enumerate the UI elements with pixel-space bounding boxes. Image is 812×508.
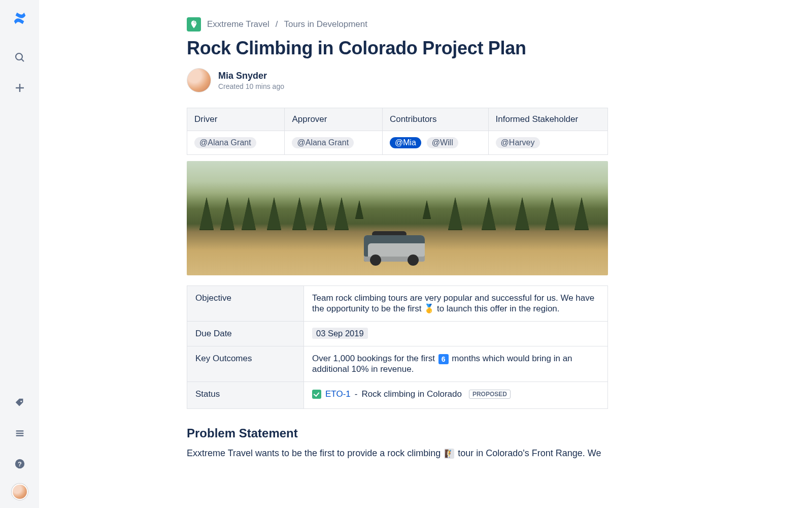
- ps-after: tour in Colorado's Front Range. We: [458, 448, 601, 458]
- author-name[interactable]: Mia Snyder: [218, 71, 284, 81]
- plus-icon: [14, 82, 26, 94]
- mention-contributor-will[interactable]: @Will: [427, 137, 458, 148]
- row-outcomes-value: Over 1,000 bookings for the first 6 mont…: [304, 346, 608, 382]
- ps-before: Exxtreme Travel wants to be the first to…: [187, 448, 443, 458]
- issue-summary: Rock climbing in Colorado: [361, 389, 461, 399]
- row-duedate-label: Due Date: [187, 322, 304, 346]
- heading-problem-statement: Problem Statement: [187, 426, 608, 440]
- confluence-logo[interactable]: [12, 10, 28, 26]
- col-approver: Approver: [285, 108, 382, 131]
- issue-key-link[interactable]: ETO-1: [325, 389, 351, 399]
- status-lozenge: PROPOSED: [469, 390, 511, 399]
- medal-emoji: 🥇: [424, 303, 434, 314]
- page-title: Rock Climbing in Colorado Project Plan: [187, 38, 608, 59]
- row-duedate-value: 03 Sep 2019: [304, 322, 608, 346]
- outcomes-text-before: Over 1,000 bookings for the first: [312, 354, 437, 363]
- search-icon: [14, 51, 26, 64]
- search-button[interactable]: [9, 47, 30, 68]
- author-meta: Created 10 mins ago: [218, 82, 284, 90]
- confluence-icon: [12, 11, 27, 26]
- row-status-label: Status: [187, 382, 304, 408]
- create-button[interactable]: [9, 77, 30, 99]
- issue-type-icon: [312, 390, 321, 399]
- tag-icon: [14, 397, 25, 408]
- hero-image: [187, 161, 608, 275]
- menu-icon: [14, 428, 25, 439]
- issue-dash: -: [355, 389, 358, 399]
- row-outcomes-label: Key Outcomes: [187, 346, 304, 382]
- row-status-value: ETO-1 - Rock climbing in Colorado PROPOS…: [304, 382, 608, 408]
- mention-contributor-mia[interactable]: @Mia: [390, 137, 421, 148]
- author-row: Mia Snyder Created 10 mins ago: [187, 68, 608, 92]
- climbing-emoji: [444, 449, 454, 459]
- row-objective-value: Team rock climbing tours are very popula…: [304, 286, 608, 322]
- global-sidebar: ?: [0, 0, 40, 508]
- help-icon: ?: [14, 458, 25, 469]
- svg-point-10: [194, 21, 196, 23]
- profile-avatar[interactable]: [12, 484, 28, 500]
- svg-point-0: [16, 53, 22, 60]
- row-objective-label: Objective: [187, 286, 304, 322]
- col-driver: Driver: [187, 108, 285, 131]
- help-button[interactable]: ?: [9, 453, 30, 474]
- breadcrumb-separator: /: [276, 19, 278, 29]
- mention-driver[interactable]: @Alana Grant: [194, 137, 256, 148]
- svg-line-1: [21, 59, 24, 61]
- menu-button[interactable]: [9, 423, 30, 444]
- svg-text:?: ?: [18, 460, 22, 468]
- six-badge: 6: [438, 354, 449, 364]
- mention-approver[interactable]: @Alana Grant: [292, 137, 354, 148]
- svg-point-4: [20, 401, 22, 402]
- col-contributors: Contributors: [382, 108, 488, 131]
- author-avatar[interactable]: [187, 68, 211, 92]
- objective-text-after: to launch this offer in the region.: [437, 304, 560, 313]
- map-marker-icon: [189, 20, 198, 29]
- breadcrumb: Exxtreme Travel / Tours in Development: [187, 17, 608, 31]
- space-icon[interactable]: [187, 17, 201, 31]
- breadcrumb-space[interactable]: Exxtreme Travel: [207, 19, 269, 29]
- mention-informed[interactable]: @Harvey: [496, 137, 540, 148]
- details-table: Objective Team rock climbing tours are v…: [187, 285, 608, 409]
- problem-statement-body: Exxtreme Travel wants to be the first to…: [187, 447, 608, 460]
- page-main: Exxtreme Travel / Tours in Development R…: [40, 0, 812, 508]
- breadcrumb-parent[interactable]: Tours in Development: [284, 19, 367, 29]
- people-table: Driver Approver Contributors Informed St…: [187, 108, 608, 155]
- due-date-chip[interactable]: 03 Sep 2019: [312, 328, 368, 339]
- col-informed: Informed Stakeholder: [488, 108, 607, 131]
- whats-new-button[interactable]: [9, 392, 30, 414]
